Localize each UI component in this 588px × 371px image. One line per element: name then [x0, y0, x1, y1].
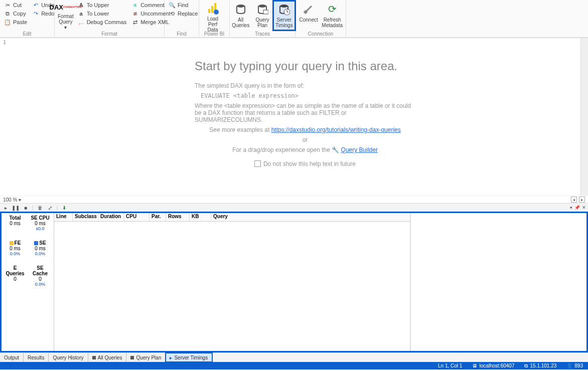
replace-button[interactable]: ⟲Replace: [167, 10, 200, 18]
paste-icon: 📋: [4, 19, 11, 26]
status-version: ⧉15.1.101.23: [519, 363, 561, 369]
examples-link[interactable]: https://daxstudio.org/tutorials/writing-…: [271, 126, 401, 133]
status-bar: Ln 1, Col 1 🖥localhost:60407 ⧉15.1.101.2…: [0, 362, 588, 369]
format-query-button[interactable]: DAXFORMATTER Format Query ▾: [57, 1, 75, 30]
col-cpu[interactable]: CPU: [124, 213, 150, 221]
merge-xml-icon: ⇄: [131, 19, 138, 26]
col-kb[interactable]: KB: [190, 213, 211, 221]
connect-icon: [302, 2, 316, 16]
group-label-powerbi: Power BI: [201, 31, 227, 37]
timings-detail-pane: [410, 213, 586, 351]
svg-point-3: [214, 10, 219, 15]
pane-pin-button[interactable]: 📌: [574, 205, 580, 210]
replace-icon: ⟲: [169, 11, 176, 18]
svg-rect-6: [263, 10, 268, 14]
tab-results[interactable]: Results: [24, 353, 49, 362]
query-editor[interactable]: 1 Start by typing your query in this are…: [0, 38, 588, 196]
col-duration[interactable]: Duration: [98, 213, 124, 221]
server-icon: 🖥: [472, 363, 477, 368]
pause-indicator-icon: [92, 356, 96, 359]
tab-output[interactable]: Output: [0, 353, 24, 362]
play-button[interactable]: ▸: [2, 204, 9, 211]
connect-button[interactable]: Connect: [298, 1, 320, 30]
comment-icon: ≡: [131, 2, 138, 9]
tab-query-history[interactable]: Query History: [49, 353, 88, 362]
cut-button[interactable]: ✂Cut: [2, 1, 29, 10]
play-indicator-icon: ▸: [170, 355, 172, 360]
col-rows[interactable]: Rows: [166, 213, 190, 221]
load-perf-data-button[interactable]: Load Perf Data: [201, 1, 224, 30]
debug-commas-button[interactable]: ,‥Debug Commas: [76, 18, 128, 27]
ribbon: ✂Cut ⧉Copy 📋Paste ↶Undo ↷Redo Edit DAXFO…: [0, 0, 588, 38]
stop-button[interactable]: ■: [22, 204, 29, 211]
help-heading: Start by typing your query in this area.: [195, 59, 415, 73]
pause-button[interactable]: ❚❚: [12, 204, 19, 211]
query-builder-link[interactable]: Query Builder: [341, 146, 378, 153]
status-cursor-position: Ln 1, Col 1: [433, 363, 467, 369]
tab-query-plan[interactable]: Query Plan: [126, 353, 166, 362]
group-label-traces: Traces: [230, 31, 295, 37]
group-label-find: Find: [167, 31, 197, 37]
redo-icon: ↷: [32, 11, 39, 18]
refresh-metadata-button[interactable]: ⟳ Refresh Metadata: [321, 1, 344, 30]
timings-table-body: [54, 222, 410, 351]
copy-icon: ⧉: [4, 11, 11, 18]
nav-right-button[interactable]: ▸: [579, 197, 585, 203]
dont-show-checkbox[interactable]: [254, 160, 261, 167]
timings-table: Line Subclass Duration CPU Par. Rows KB …: [54, 213, 410, 351]
uncomment-icon: ≢: [131, 11, 138, 18]
editor-zoom-bar: 100 % ▾ ◂▸: [0, 196, 588, 203]
svg-rect-1: [211, 6, 213, 13]
user-icon: 👤: [566, 363, 572, 368]
nav-left-button[interactable]: ◂: [571, 197, 577, 203]
load-perf-icon: [206, 2, 220, 15]
status-server: 🖥localhost:60407: [467, 363, 519, 369]
server-timings-button[interactable]: Server Timings: [273, 1, 295, 30]
group-label-format: Format: [57, 31, 162, 37]
group-label-edit: Edit: [2, 31, 52, 37]
wrench-icon: 🔧: [332, 146, 339, 153]
pane-close-button[interactable]: ✕: [582, 205, 586, 210]
group-label-connection: Connection: [298, 31, 344, 37]
to-lower-button[interactable]: aTo Lower: [76, 10, 128, 18]
all-queries-button[interactable]: All Queries: [230, 1, 251, 30]
filter-button[interactable]: ⑇: [47, 204, 54, 211]
query-plan-button[interactable]: Query Plan: [251, 1, 273, 30]
zoom-level[interactable]: 100 % ▾: [3, 197, 21, 203]
cut-icon: ✂: [4, 2, 11, 9]
tab-server-timings[interactable]: ▸Server Timings: [166, 353, 212, 362]
pause-indicator-icon: [130, 356, 134, 359]
line-number: 1: [0, 40, 7, 45]
svg-point-5: [258, 5, 266, 8]
copy-button[interactable]: ⧉Copy: [2, 10, 29, 18]
search-icon: 🔍: [169, 2, 176, 9]
all-queries-icon: [234, 2, 248, 16]
editor-help-text: Start by typing your query in this area.…: [195, 59, 415, 170]
status-rowcount: 👤893: [561, 363, 588, 369]
svg-point-4: [237, 5, 245, 8]
pane-menu-button[interactable]: ▾: [570, 205, 572, 210]
col-subclass[interactable]: Subclass: [73, 213, 98, 221]
find-button[interactable]: 🔍Find: [167, 1, 200, 10]
undo-icon: ↶: [32, 2, 39, 9]
editor-scrollbar[interactable]: [580, 38, 588, 196]
export-button[interactable]: ⬇: [61, 204, 68, 211]
refresh-icon: ⟳: [325, 2, 339, 16]
bottom-tabs: Output Results Query History All Queries…: [0, 352, 588, 362]
lowercase-icon: a: [78, 11, 85, 18]
dax-formatter-icon: DAXFORMATTER: [59, 2, 73, 13]
svg-point-7: [280, 5, 288, 8]
tab-all-queries[interactable]: All Queries: [88, 353, 127, 362]
paste-button[interactable]: 📋Paste: [2, 18, 29, 27]
col-query[interactable]: Query: [211, 213, 410, 221]
server-timings-panel: Total0 ms SE CPU0 msx0.0 FE0 ms0.0% SE0 …: [0, 212, 588, 352]
version-icon: ⧉: [524, 363, 528, 369]
to-upper-button[interactable]: ATo Upper: [76, 1, 128, 10]
clear-button[interactable]: 🗑: [37, 204, 44, 211]
server-timings-icon: [277, 2, 291, 16]
svg-rect-0: [208, 9, 210, 13]
timings-toolbar: ▸ ❚❚ ■ | 🗑 ⑇ | ⬇ ▾ 📌 ✕: [0, 203, 588, 212]
uppercase-icon: A: [78, 2, 85, 9]
col-line[interactable]: Line: [54, 213, 73, 221]
col-par[interactable]: Par.: [150, 213, 166, 221]
